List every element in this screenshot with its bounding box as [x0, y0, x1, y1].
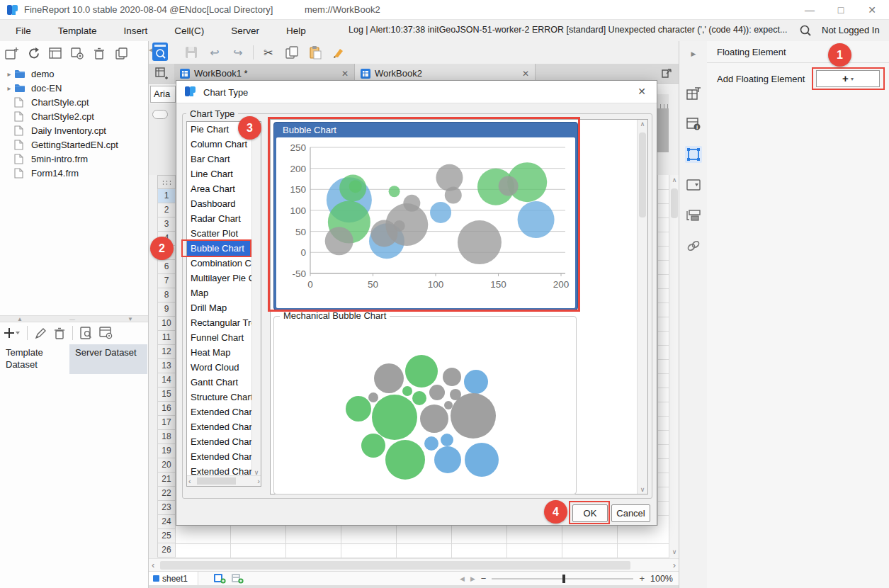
menu-item-help[interactable]: Help: [285, 26, 307, 36]
tab-close-icon[interactable]: ✕: [341, 69, 349, 79]
chart-type-scatter-plot[interactable]: Scatter Plot: [187, 226, 261, 241]
delete-dataset-icon[interactable]: [54, 327, 65, 339]
redo-icon[interactable]: ↪: [230, 44, 247, 61]
menu-item-cellc[interactable]: Cell(C): [173, 26, 205, 36]
scrollbar-thumb[interactable]: [197, 477, 236, 485]
horizontal-scrollbar[interactable]: ‹ ›: [149, 558, 679, 571]
chart-type-bar-chart[interactable]: Bar Chart: [187, 152, 261, 166]
cut-icon[interactable]: ✂: [260, 44, 277, 61]
chart-type-extended-chart-[interactable]: Extended Chart -: [187, 434, 261, 449]
sheet-nav-left-icon[interactable]: ◀: [460, 575, 465, 582]
tab-template-dataset[interactable]: Template Dataset: [0, 344, 69, 374]
dataset-settings-icon[interactable]: [99, 327, 113, 339]
cell-attributes-icon[interactable]: [685, 85, 702, 102]
scroll-down-icon[interactable]: ∨: [638, 486, 647, 493]
row-header-7[interactable]: 7: [157, 274, 176, 288]
vertical-scrollbar[interactable]: ∧ ∨: [669, 175, 679, 558]
chart-type-heat-map[interactable]: Heat Map: [187, 345, 261, 360]
tree-item-daily-inventory-cpt[interactable]: Daily Inventory.cpt: [0, 123, 147, 137]
menu-item-insert[interactable]: Insert: [123, 26, 149, 36]
tree-item-5min-intro-frm[interactable]: 5min-intro.frm: [0, 152, 147, 166]
add-grid-sheet-icon[interactable]: [214, 573, 226, 584]
row-header-21[interactable]: 21: [157, 473, 176, 487]
chart-type-line-chart[interactable]: Line Chart: [187, 166, 261, 181]
menu-item-file[interactable]: File: [14, 26, 33, 36]
sheet-nav-right-icon[interactable]: ▶: [470, 575, 475, 582]
zoom-in-icon[interactable]: +: [639, 573, 645, 584]
scrollbar-thumb[interactable]: [639, 132, 646, 217]
row-header-20[interactable]: 20: [157, 458, 176, 473]
hyperlink-icon[interactable]: [685, 237, 702, 254]
preview-vertical-scrollbar[interactable]: ∧ ∨: [637, 120, 647, 494]
scrollbar-thumb[interactable]: [160, 561, 630, 570]
chart-type-drill-map[interactable]: Drill Map: [187, 300, 261, 315]
floating-element-icon[interactable]: [685, 146, 702, 163]
new-workbook-tab-icon[interactable]: [149, 64, 174, 83]
tab-server-dataset[interactable]: Server Dataset: [69, 344, 147, 374]
chart-type-extended-chart-[interactable]: Extended Chart -: [187, 419, 261, 434]
tree-item-gettingstarteden-cpt[interactable]: GettingStartedEN.cpt: [0, 137, 147, 152]
menu-item-server[interactable]: Server: [230, 26, 261, 36]
row-header-25[interactable]: 25: [157, 529, 176, 543]
row-header-9[interactable]: 9: [157, 303, 176, 317]
chart-type-multilayer-pie-cha[interactable]: Multilayer Pie Cha: [187, 271, 261, 285]
chart-type-word-cloud[interactable]: Word Cloud: [187, 360, 261, 375]
chart-type-area-chart[interactable]: Area Chart: [187, 181, 261, 196]
tab-sheet1[interactable]: sheet1: [149, 572, 198, 586]
add-report-sheet-icon[interactable]: [232, 573, 244, 584]
scrollbar-thumb[interactable]: [671, 188, 678, 218]
cell-element-icon[interactable]: i: [685, 115, 702, 132]
row-header-17[interactable]: 17: [157, 416, 176, 430]
row-header-14[interactable]: 14: [157, 373, 176, 388]
outline-view-icon[interactable]: [48, 46, 62, 60]
copy-page-icon[interactable]: [283, 44, 300, 61]
chart-type-combination-cha[interactable]: Combination Cha: [187, 256, 261, 271]
chart-type-dashboard[interactable]: Dashboard: [187, 196, 261, 211]
cancel-button[interactable]: Cancel: [611, 504, 650, 522]
dialog-titlebar[interactable]: Chart Type ✕: [176, 81, 657, 103]
tab-close-icon[interactable]: ✕: [522, 69, 529, 79]
format-brush-icon[interactable]: [330, 44, 347, 61]
maximize-button[interactable]: □: [830, 3, 851, 17]
chart-type-rectangular-tree[interactable]: Rectangular Tree: [187, 315, 261, 330]
row-header-8[interactable]: 8: [157, 288, 176, 303]
splitter-down-icon[interactable]: ▼: [128, 316, 133, 322]
chart-type-extended-chart-[interactable]: Extended Chart -: [187, 449, 261, 464]
close-button[interactable]: ✕: [861, 3, 883, 17]
paste-icon[interactable]: [307, 44, 324, 61]
chart-type-extended-chart-[interactable]: Extended Chart -: [187, 405, 261, 419]
row-header-11[interactable]: 11: [157, 331, 176, 345]
new-window-icon[interactable]: [4, 46, 18, 60]
scroll-left-icon[interactable]: ‹: [188, 476, 191, 486]
row-header-3[interactable]: 3: [157, 217, 176, 232]
sidebar-splitter[interactable]: ▲ — ▼: [0, 315, 148, 322]
zoom-slider[interactable]: [492, 578, 633, 579]
log-status-text[interactable]: Log | Alert:10:37:38 initGeoJSON-51-work…: [349, 25, 793, 35]
scroll-up-icon[interactable]: ∧: [669, 175, 679, 186]
row-header-16[interactable]: 16: [157, 402, 176, 416]
zoom-slider-handle[interactable]: [562, 575, 565, 583]
chart-type-funnel-chart[interactable]: Funnel Chart: [187, 330, 261, 345]
save-icon[interactable]: [183, 44, 200, 61]
edit-pencil-icon[interactable]: [35, 327, 47, 339]
row-header-10[interactable]: 10: [157, 317, 176, 331]
trash-icon[interactable]: [92, 46, 106, 60]
scroll-right-icon[interactable]: ›: [257, 476, 260, 486]
scroll-up-icon[interactable]: ∧: [638, 120, 647, 128]
aggregation-icon[interactable]: [685, 207, 702, 224]
search-icon[interactable]: [799, 24, 812, 37]
chart-type-radar-chart[interactable]: Radar Chart: [187, 211, 261, 226]
add-dataset-button[interactable]: [4, 327, 20, 339]
tree-item-demo[interactable]: ▸demo: [0, 67, 147, 81]
login-status[interactable]: Not Logged In: [822, 25, 880, 35]
splitter-up-icon[interactable]: ▲: [17, 316, 23, 322]
tree-item-doc-en[interactable]: ▸doc-EN: [0, 81, 147, 95]
copy-icon[interactable]: [114, 46, 128, 60]
tree-item-chartstyle-cpt[interactable]: ChartStyle.cpt: [0, 95, 147, 109]
zoom-out-icon[interactable]: −: [481, 573, 487, 584]
chart-type-map[interactable]: Map: [187, 285, 261, 300]
row-header-18[interactable]: 18: [157, 430, 176, 444]
row-header-1[interactable]: 1: [157, 189, 176, 203]
row-header-15[interactable]: 15: [157, 388, 176, 402]
widget-icon[interactable]: [685, 176, 702, 193]
